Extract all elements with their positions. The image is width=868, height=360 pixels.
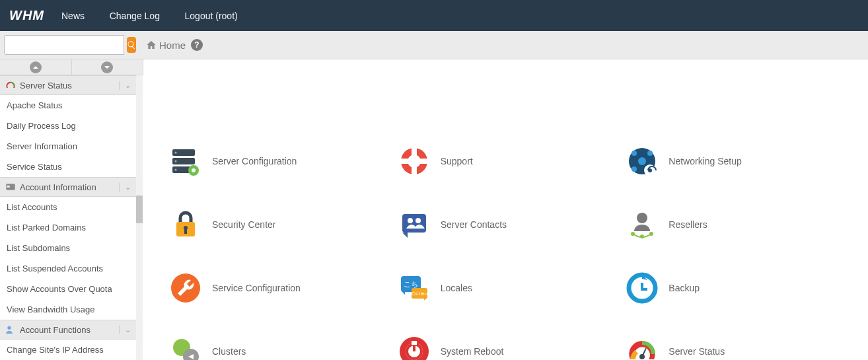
tile-server-configuration[interactable]: Server Configuration [170,145,385,177]
tile-resellers[interactable]: Resellers [626,209,842,240]
tile-clusters[interactable]: Clusters [170,336,385,360]
sidebar-scrollbar-thumb[interactable] [136,196,143,223]
sidebar-item-daily-process-log[interactable]: Daily Process Log [0,116,136,136]
sidebar: Server Status ⌄ Apache Status Daily Proc… [0,75,137,360]
svg-rect-13 [412,147,417,155]
tile-label: Networking Setup [669,156,742,166]
sidebar-group-label: Account Functions [20,325,90,335]
help-icon[interactable]: ? [191,39,203,51]
nav-changelog[interactable]: Change Log [110,11,160,21]
search-input[interactable] [4,35,124,55]
sidebar-group-account-functions[interactable]: Account Functions ⌄ [0,320,136,340]
sidebar-item-show-accounts-over-quota[interactable]: Show Accounts Over Quota [0,279,136,299]
search-icon [127,40,136,50]
chevron-down-icon [104,64,110,71]
clusters-icon [170,336,201,360]
collapse-bar [0,59,143,75]
tile-backup[interactable]: Backup [626,272,842,304]
sidebar-group-label: Server Status [20,81,72,90]
sidebar-group-server-status[interactable]: Server Status ⌄ [0,75,136,95]
chevron-down-icon: ⌄ [119,183,131,192]
sidebar-item-list-suspended-accounts[interactable]: List Suspended Accounts [0,258,136,279]
nav-logout[interactable]: Logout (root) [185,11,238,21]
svg-point-28 [408,218,413,223]
svg-point-21 [632,166,637,172]
backup-icon [626,272,658,304]
card-icon [5,182,16,192]
svg-point-10 [192,168,196,172]
sidebar-item-list-accounts[interactable]: List Accounts [0,197,136,217]
main-content: Server Configuration Support Networking … [143,59,868,360]
svg-point-23 [648,168,652,172]
search-button[interactable] [127,37,136,53]
sidebar-item-change-site-ip[interactable]: Change Site's IP Address [0,340,136,360]
sidebar-item-apache-status[interactable]: Apache Status [0,95,136,116]
svg-rect-27 [402,214,426,233]
sub-bar: Home ? [0,31,868,59]
chevron-down-icon: ⌄ [119,81,131,90]
category-grid: Server Configuration Support Networking … [170,145,842,360]
server-icon [170,145,201,177]
collapse-all-button[interactable] [0,59,72,75]
tile-server-status[interactable]: Server Status [626,336,842,360]
wrench-icon [170,272,201,304]
gauge-icon [626,336,658,360]
sidebar-item-list-subdomains[interactable]: List Subdomains [0,238,136,258]
svg-point-19 [632,151,637,156]
svg-point-7 [175,161,177,162]
home-icon [146,40,157,50]
svg-point-8 [175,169,177,171]
sidebar-item-view-bandwidth-usage[interactable]: View Bandwidth Usage [0,299,136,320]
nav-news[interactable]: News [61,11,85,21]
lock-icon [170,209,201,240]
tile-locales[interactable]: こちCs lieu Locales [398,272,614,304]
svg-rect-1 [7,186,10,188]
tile-security-center[interactable]: Security Center [170,209,385,240]
search-wrap [0,31,137,59]
sidebar-item-list-parked-domains[interactable]: List Parked Domains [0,217,136,238]
tile-networking-setup[interactable]: Networking Setup [626,145,842,177]
locale-icon: こちCs lieu [398,272,430,304]
sidebar-group-account-information[interactable]: Account Information ⌄ [0,177,136,197]
svg-point-2 [7,326,11,330]
svg-point-30 [637,213,647,223]
tile-label: Resellers [669,219,707,230]
tile-label: Locales [441,283,472,293]
svg-point-20 [647,151,653,156]
tile-label: Support [441,156,473,166]
chevron-down-icon: ⌄ [119,326,131,334]
svg-point-6 [175,152,177,154]
svg-point-29 [416,218,421,223]
power-icon [398,336,430,360]
svg-rect-26 [184,229,187,234]
sidebar-group-label: Account Information [20,182,96,192]
chevron-up-icon [32,64,39,71]
tile-label: Server Status [669,346,725,357]
contacts-icon [398,209,430,240]
sidebar-item-server-information[interactable]: Server Information [0,136,136,157]
breadcrumb: Home ? [137,31,868,59]
svg-rect-48 [412,341,417,345]
whm-logo: WHM [9,8,44,23]
tile-label: Server Contacts [441,219,507,230]
sidebar-item-service-status[interactable]: Service Status [0,157,136,177]
svg-text:Cs lieu: Cs lieu [411,291,427,297]
svg-point-18 [638,157,646,165]
tile-support[interactable]: Support [398,145,614,177]
tile-label: Security Center [212,219,275,230]
tile-label: Clusters [212,346,246,357]
top-bar: WHM News Change Log Logout (root) [0,0,868,31]
tile-label: Server Configuration [212,156,297,166]
lifebuoy-icon [398,145,430,177]
sidebar-column: Server Status ⌄ Apache Status Daily Proc… [0,59,143,360]
tile-label: System Reboot [441,346,504,357]
expand-all-button[interactable] [72,59,143,75]
tile-service-configuration[interactable]: Service Configuration [170,272,385,304]
gauge-icon [5,80,16,90]
tile-server-contacts[interactable]: Server Contacts [398,209,614,240]
tile-label: Service Configuration [212,283,301,293]
breadcrumb-home[interactable]: Home [159,40,186,51]
network-icon [626,145,658,177]
tile-system-reboot[interactable]: System Reboot [398,336,614,360]
tile-label: Backup [669,283,700,293]
